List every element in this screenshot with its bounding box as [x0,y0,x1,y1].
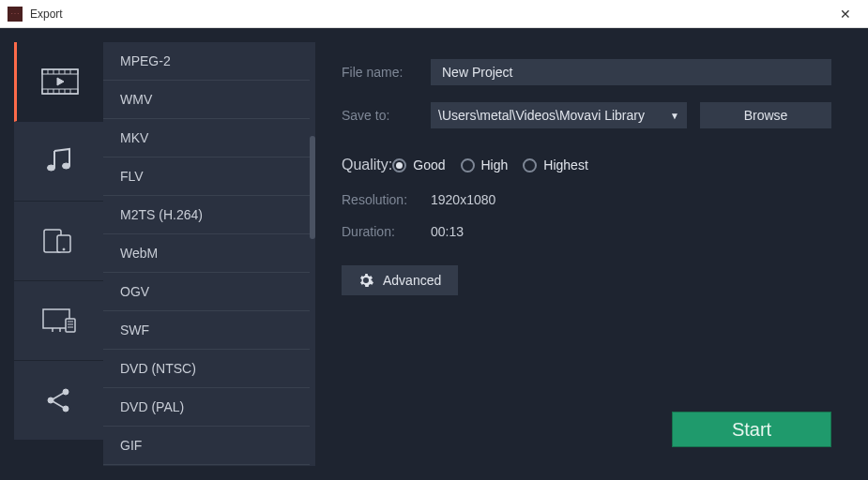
category-share[interactable] [14,361,103,441]
format-label: WMV [120,92,152,107]
format-item[interactable]: DVD (NTSC) [103,350,310,388]
svg-point-28 [63,406,69,412]
export-form: File name: Save to: \Users\metal\Videos\… [315,42,854,466]
radio-label: High [481,158,509,172]
svg-point-14 [47,165,54,171]
resolution-label: Resolution: [342,192,431,207]
format-label: DVD (NTSC) [120,361,196,376]
format-label: GIF [120,438,142,453]
category-audio[interactable] [14,122,103,202]
format-item[interactable]: OGV [103,273,310,311]
start-label: Start [732,419,771,441]
format-label: FLV [120,169,144,184]
format-item[interactable]: DVD (PAL) [103,388,310,427]
start-button[interactable]: Start [672,412,831,447]
format-label: OGV [120,284,149,299]
svg-point-15 [62,163,69,169]
category-column [14,42,103,466]
radio-icon [461,158,475,172]
svg-point-26 [48,398,53,403]
svg-line-29 [53,393,64,399]
svg-rect-22 [66,319,75,332]
radio-icon [392,158,406,172]
svg-point-18 [63,248,65,250]
svg-line-30 [53,401,64,408]
format-item[interactable]: SWF [103,311,310,350]
file-name-label: File name: [342,65,431,80]
category-devices[interactable] [14,202,103,281]
quality-good[interactable]: Good [392,158,445,172]
format-label: MPEG-2 [120,53,171,68]
share-icon [45,386,73,414]
devices-icon [42,228,76,254]
format-item[interactable]: GIF [103,427,310,465]
quality-high[interactable]: High [461,158,509,172]
format-label: DVD (PAL) [120,399,184,414]
radio-icon [523,158,537,172]
format-item[interactable]: WMV [103,81,310,119]
advanced-button[interactable]: Advanced [342,265,458,295]
titlebar: ⋯ Export ✕ [0,0,868,28]
save-to-label: Save to: [342,108,431,123]
save-to-select[interactable]: \Users\metal\Videos\Movavi Library ▼ [431,102,687,128]
advanced-label: Advanced [383,273,441,288]
svg-marker-13 [57,78,64,85]
browse-button[interactable]: Browse [700,102,831,128]
chevron-down-icon: ▼ [670,111,679,121]
radio-label: Highest [543,158,587,172]
format-label: M2TS (H.264) [120,207,203,222]
svg-point-27 [63,389,69,395]
quality-label: Quality: [342,157,392,173]
format-item[interactable]: FLV [103,158,310,196]
format-label: WebM [120,246,158,261]
radio-label: Good [413,158,445,172]
music-icon [45,147,73,175]
resolution-value: 1920x1080 [431,192,495,207]
save-to-value: \Users\metal\Videos\Movavi Library [438,108,645,123]
quality-highest[interactable]: Highest [523,158,587,172]
tv-icon [41,308,77,334]
browse-label: Browse [744,108,788,123]
close-icon[interactable]: ✕ [830,7,860,22]
duration-value: 00:13 [431,224,464,239]
format-item[interactable]: M2TS (H.264) [103,196,310,234]
format-item[interactable]: WebM [103,234,310,273]
format-item[interactable]: MKV [103,119,310,158]
app-icon: ⋯ [8,7,23,22]
duration-label: Duration: [342,224,431,239]
category-video[interactable] [14,42,103,122]
format-item[interactable]: MPEG-2 [103,42,310,81]
quality-radio-group: Good High Highest [392,158,588,172]
category-tv[interactable] [14,281,103,361]
window-title: Export [30,8,63,21]
video-icon [41,68,79,95]
format-label: MKV [120,130,148,145]
file-name-input[interactable] [431,59,831,85]
gear-icon [358,273,373,288]
format-label: SWF [120,322,149,338]
format-list: MPEG-2 WMV MKV FLV M2TS (H.264) WebM OGV… [103,42,310,466]
export-dialog: MPEG-2 WMV MKV FLV M2TS (H.264) WebM OGV… [0,28,868,480]
